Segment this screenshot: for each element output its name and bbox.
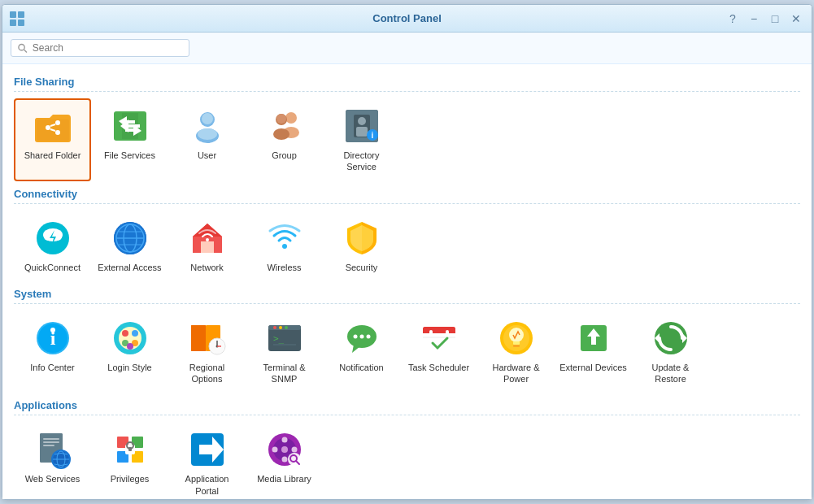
maximize-button[interactable]: □ xyxy=(766,10,784,28)
section-title-connectivity: Connectivity xyxy=(14,188,800,200)
network-label: Network xyxy=(190,262,223,273)
svg-rect-91 xyxy=(513,341,520,345)
notification-label: Notification xyxy=(339,362,383,373)
item-notification[interactable]: Notification xyxy=(323,311,400,393)
minimize-button[interactable]: − xyxy=(745,10,763,28)
svg-rect-1 xyxy=(18,11,24,18)
login-style-label: Login Style xyxy=(107,362,151,373)
icon-grid-connectivity: QuickConnect xyxy=(14,211,800,281)
hardware-power-label: Hardware & Power xyxy=(482,362,550,385)
regional-options-icon xyxy=(188,319,227,358)
svg-point-25 xyxy=(273,128,289,140)
item-update-restore[interactable]: Update & Restore xyxy=(632,311,709,393)
quickconnect-icon xyxy=(33,219,72,258)
user-label: User xyxy=(198,150,216,161)
shared-folder-label: Shared Folder xyxy=(24,150,81,161)
svg-rect-84 xyxy=(423,333,455,354)
svg-rect-2 xyxy=(10,20,16,26)
svg-point-121 xyxy=(272,447,277,453)
section-file-sharing: File Sharing xyxy=(14,76,800,181)
svg-point-79 xyxy=(353,334,357,338)
svg-rect-3 xyxy=(18,20,24,26)
item-application-portal[interactable]: Application Portal xyxy=(168,422,246,499)
item-external-access[interactable]: External Access xyxy=(91,211,168,281)
media-library-label: Media Library xyxy=(257,473,311,484)
svg-point-26 xyxy=(276,114,286,124)
item-security[interactable]: Security xyxy=(323,211,400,281)
group-label: Group xyxy=(272,150,297,161)
item-privileges[interactable]: Privileges xyxy=(91,422,168,499)
info-center-label: Info Center xyxy=(30,362,74,373)
directory-service-label: Directory Service xyxy=(328,150,395,173)
item-external-devices[interactable]: External Devices xyxy=(555,311,632,393)
svg-rect-86 xyxy=(429,330,433,337)
item-file-services[interactable]: File Services xyxy=(91,98,168,181)
external-access-label: External Access xyxy=(98,262,161,273)
svg-point-122 xyxy=(291,447,297,453)
icon-grid-file-sharing: Shared Folder xyxy=(14,98,800,181)
item-terminal-snmp[interactable]: >_ Terminal & SNMP xyxy=(246,311,323,393)
wireless-icon xyxy=(265,219,304,258)
update-restore-icon xyxy=(651,319,690,358)
svg-point-119 xyxy=(281,437,287,443)
svg-point-10 xyxy=(55,130,60,135)
svg-point-4 xyxy=(19,44,24,50)
quickconnect-label: QuickConnect xyxy=(24,262,81,273)
svg-point-61 xyxy=(127,343,133,350)
svg-rect-31 xyxy=(356,127,368,137)
section-connectivity: Connectivity xyxy=(14,188,800,281)
section-title-system: System xyxy=(14,288,800,300)
search-input[interactable] xyxy=(33,42,182,54)
security-label: Security xyxy=(346,262,378,273)
item-wireless[interactable]: Wireless xyxy=(246,211,323,281)
titlebar: Control Panel ? − □ ✕ xyxy=(2,5,812,33)
file-services-label: File Services xyxy=(104,150,155,161)
svg-point-120 xyxy=(281,457,287,463)
svg-rect-113 xyxy=(128,447,132,451)
svg-point-22 xyxy=(285,112,297,124)
divider-system xyxy=(14,303,800,304)
item-group[interactable]: Group xyxy=(246,98,323,181)
svg-rect-92 xyxy=(513,345,520,347)
item-network[interactable]: Network xyxy=(168,211,246,281)
application-portal-label: Application Portal xyxy=(173,473,241,497)
privileges-label: Privileges xyxy=(111,473,150,484)
svg-text:>_: >_ xyxy=(273,333,285,344)
svg-point-58 xyxy=(132,330,138,337)
item-hardware-power[interactable]: Hardware & Power xyxy=(477,311,555,393)
svg-line-5 xyxy=(24,50,27,52)
help-button[interactable]: ? xyxy=(724,10,742,28)
item-user[interactable]: User xyxy=(168,98,246,181)
item-web-services[interactable]: Web Services xyxy=(14,422,91,499)
item-media-library[interactable]: Media Library xyxy=(246,422,323,499)
svg-point-8 xyxy=(46,125,50,130)
item-directory-service[interactable]: i Directory Service xyxy=(323,98,400,181)
titlebar-left xyxy=(9,11,25,27)
item-task-scheduler[interactable]: Task Scheduler xyxy=(400,311,477,393)
login-style-icon xyxy=(111,319,150,358)
svg-point-20 xyxy=(202,113,213,124)
user-icon xyxy=(188,106,227,146)
regional-options-label: Regional Options xyxy=(173,362,241,385)
section-title-file-sharing: File Sharing xyxy=(14,76,800,88)
svg-rect-87 xyxy=(446,330,449,337)
section-title-applications: Applications xyxy=(14,399,800,411)
terminal-snmp-label: Terminal & SNMP xyxy=(250,362,318,385)
svg-rect-102 xyxy=(43,445,54,446)
network-icon xyxy=(188,219,227,258)
external-access-icon xyxy=(111,219,150,258)
security-icon xyxy=(342,219,381,258)
item-info-center[interactable]: i Info Center xyxy=(14,311,91,393)
item-quickconnect[interactable]: QuickConnect xyxy=(14,211,91,281)
item-shared-folder[interactable]: Shared Folder xyxy=(14,98,91,181)
privileges-icon xyxy=(111,430,150,469)
titlebar-controls: ? − □ ✕ xyxy=(724,10,805,28)
item-regional-options[interactable]: Regional Options xyxy=(168,311,246,393)
web-services-icon xyxy=(33,430,72,469)
close-button[interactable]: ✕ xyxy=(787,10,805,28)
svg-text:i: i xyxy=(371,131,373,140)
window-title: Control Panel xyxy=(372,12,442,24)
svg-point-50 xyxy=(282,244,287,249)
control-panel-icon xyxy=(9,11,25,27)
item-login-style[interactable]: Login Style xyxy=(91,311,168,393)
